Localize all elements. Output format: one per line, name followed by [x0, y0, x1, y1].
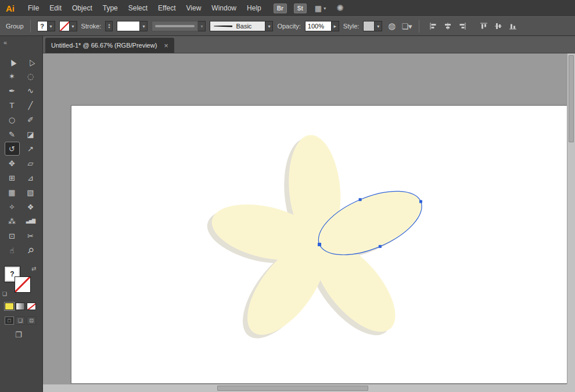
- anchor-point[interactable]: [379, 245, 382, 248]
- hand-tool[interactable]: ☝: [5, 243, 20, 257]
- type-tool-icon: T: [10, 102, 15, 109]
- align-top-button[interactable]: [479, 21, 489, 31]
- eraser-tool[interactable]: ◪: [23, 127, 38, 141]
- lasso-tool-icon: ◌: [27, 73, 34, 80]
- menu-item-view[interactable]: View: [181, 4, 207, 12]
- menu-item-effect[interactable]: Effect: [153, 4, 181, 12]
- brush-definition-select[interactable]: Basic ▾: [210, 21, 273, 31]
- anchor-point[interactable]: [359, 198, 362, 201]
- variable-width-profile-select[interactable]: ▾: [152, 21, 206, 31]
- selection-tool-icon: ▲: [8, 57, 16, 66]
- align-center-vertical-icon: [494, 21, 503, 31]
- menu-item-object[interactable]: Object: [67, 4, 98, 12]
- graphic-style-select[interactable]: ▾: [363, 21, 382, 31]
- blend-tool[interactable]: ❖: [23, 200, 38, 214]
- curvature-tool[interactable]: ∿: [23, 84, 38, 98]
- shape-builder-tool[interactable]: ⊞: [5, 171, 20, 185]
- align-center-vertical-button[interactable]: [493, 21, 504, 31]
- stroke-weight-select[interactable]: ▾: [117, 21, 148, 31]
- stroke-weight-field: [117, 21, 140, 31]
- none-button[interactable]: [27, 303, 36, 310]
- horizontal-scrollbar-thumb[interactable]: [217, 386, 368, 391]
- symbol-sprayer-tool[interactable]: ⁂: [5, 214, 20, 228]
- direct-selection-tool-icon: △: [26, 57, 35, 66]
- chevron-right-icon[interactable]: ▸: [332, 21, 339, 31]
- menu-item-file[interactable]: File: [23, 4, 44, 12]
- pencil-tool[interactable]: ✎: [5, 127, 20, 141]
- stroke-color-picker[interactable]: ▾: [59, 21, 77, 31]
- width-tool-icon: ✥: [9, 160, 15, 167]
- mesh-tool[interactable]: ▦: [5, 185, 20, 199]
- menu-item-type[interactable]: Type: [98, 4, 123, 12]
- column-graph-tool[interactable]: ▃▅▇: [23, 214, 38, 228]
- free-transform-tool[interactable]: ▱: [23, 156, 38, 170]
- vertical-scrollbar[interactable]: [567, 53, 575, 384]
- app-logo[interactable]: Ai: [6, 3, 15, 13]
- align-center-horizontal-button[interactable]: [443, 21, 453, 31]
- draw-inside-button[interactable]: ⊡: [27, 317, 36, 325]
- zoom-tool[interactable]: ⚲: [23, 243, 38, 257]
- magic-wand-tool[interactable]: ✶: [5, 69, 20, 83]
- context-label: Group: [6, 23, 24, 30]
- stroke-weight-stepper[interactable]: ▴ ▾: [105, 21, 113, 31]
- eyedropper-tool[interactable]: ✧: [5, 200, 20, 214]
- default-fill-stroke-icon[interactable]: ❏: [2, 291, 7, 297]
- screen-mode-button[interactable]: ❐: [15, 330, 22, 339]
- document-tab[interactable]: Untitled-1* @ 66.67% (RGB/Preview) ×: [45, 38, 174, 53]
- perspective-grid-tool[interactable]: ⊿: [23, 171, 38, 185]
- opacity-input[interactable]: [305, 21, 332, 31]
- draw-normal-button[interactable]: □: [5, 317, 14, 325]
- width-tool[interactable]: ✥: [5, 156, 20, 170]
- menu-item-window[interactable]: Window: [206, 4, 242, 12]
- artboard[interactable]: [71, 105, 567, 384]
- close-tab-icon[interactable]: ×: [164, 42, 168, 49]
- selection-tool[interactable]: ▲: [5, 55, 20, 69]
- chevron-down-icon: ▾: [265, 21, 273, 31]
- align-left-button[interactable]: [428, 21, 439, 31]
- ellipse-tool[interactable]: ○: [5, 113, 20, 127]
- slice-tool[interactable]: ✂: [23, 229, 38, 243]
- direct-selection-tool[interactable]: △: [23, 55, 38, 69]
- opacity-control[interactable]: ▸: [305, 21, 339, 31]
- bridge-button[interactable]: Br: [274, 3, 287, 13]
- menu-item-edit[interactable]: Edit: [44, 4, 67, 12]
- control-bar: Group ? ▾ ▾ Stroke: ▴ ▾ ▾ ▾ Basic: [0, 16, 575, 36]
- gradient-button[interactable]: [16, 303, 25, 310]
- flower-svg[interactable]: [71, 106, 567, 383]
- document-icon: ❏: [401, 22, 408, 31]
- draw-behind-button[interactable]: ❏: [16, 317, 25, 325]
- vertical-scrollbar-thumb[interactable]: [569, 55, 574, 142]
- document-setup-button[interactable]: ❏ ▾: [401, 21, 412, 31]
- stroke-proxy[interactable]: [15, 277, 30, 292]
- menu-item-select[interactable]: Select: [123, 4, 153, 12]
- swap-fill-stroke-icon[interactable]: ⇄: [31, 265, 36, 272]
- paintbrush-tool[interactable]: ✐: [23, 113, 38, 127]
- canvas[interactable]: [43, 53, 575, 392]
- align-bottom-button[interactable]: [508, 21, 518, 31]
- horizontal-scrollbar[interactable]: [43, 384, 567, 392]
- stock-button[interactable]: St: [294, 3, 307, 13]
- anchor-point[interactable]: [419, 200, 422, 203]
- separator: [30, 20, 31, 33]
- collapse-panel-icon[interactable]: «: [3, 39, 7, 46]
- anchor-point[interactable]: [318, 243, 321, 246]
- color-button[interactable]: [5, 303, 14, 310]
- document-tab-bar: Untitled-1* @ 66.67% (RGB/Preview) ×: [43, 36, 575, 53]
- workspace-switcher[interactable]: ▦ ▾: [315, 4, 326, 13]
- lasso-tool[interactable]: ◌: [23, 69, 38, 83]
- pen-tool[interactable]: ✒: [5, 84, 20, 98]
- line-segment-tool[interactable]: ╱: [23, 98, 38, 112]
- align-right-icon: [458, 21, 467, 31]
- recolor-artwork-icon[interactable]: ◍: [388, 21, 396, 31]
- artboard-tool[interactable]: ⊡: [5, 229, 20, 243]
- fill-color-picker[interactable]: ? ▾: [37, 21, 55, 31]
- paintbrush-tool-icon: ✐: [27, 116, 34, 124]
- type-tool[interactable]: T: [5, 98, 20, 112]
- width-profile-preview: [152, 21, 198, 31]
- menu-item-help[interactable]: Help: [242, 4, 267, 12]
- line-segment-tool-icon: ╱: [28, 102, 33, 109]
- scale-tool[interactable]: ↗: [23, 142, 38, 156]
- align-right-button[interactable]: [457, 21, 468, 31]
- gradient-tool[interactable]: ▧: [23, 185, 38, 199]
- rotate-tool[interactable]: ↺: [5, 142, 20, 156]
